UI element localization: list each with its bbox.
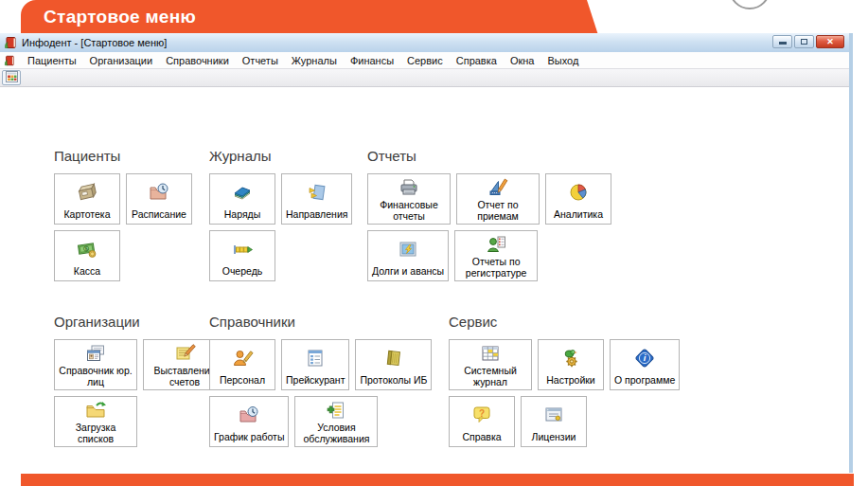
settings-button[interactable]: Настройки [538,339,604,390]
system-log-table-icon [479,342,502,365]
card-file-icon [76,176,98,208]
button-label: Аналитика [554,208,603,220]
button-label: Отчет по приемам [461,199,535,222]
infodent-book-icon [4,55,15,66]
page: Стартовое меню Инфодент - [Стартовое мен… [0,0,868,486]
button-row: График работы Условия обслуживания [209,396,432,447]
button-label: Лицензии [532,431,576,442]
button-label: Финансовые отчеты [372,199,446,222]
help-question-bubble-icon: ? [470,399,493,431]
note-pencil-icon [173,342,196,365]
menu-item-organizations[interactable]: Организации [83,54,160,67]
debts-advances-button[interactable]: Долги и авансы [367,230,449,281]
cash-button[interactable]: $ Касса [54,230,120,281]
button-label: Отчеты по регистратуре [459,256,533,279]
button-row: Наряды Направления [209,173,352,225]
minimize-button[interactable] [772,35,792,48]
about-info-diamond-icon: i [633,342,656,374]
title-bar[interactable]: Инфодент - [Стартовое меню] [0,33,849,52]
button-row: $ Касса [54,230,192,281]
menu-item-service[interactable]: Сервис [400,54,450,67]
work-schedule-button[interactable]: График работы [209,396,289,447]
protocols-book-icon [382,342,405,374]
licenses-button[interactable]: Лицензии [521,396,587,447]
button-label: Прейскурант [286,374,345,386]
group-directories: Справочники Персонал [209,314,432,453]
referrals-arrows-icon [306,176,328,208]
queue-button[interactable]: Очередь [209,230,275,281]
printer-icon [398,176,420,199]
pie-chart-icon [567,176,590,208]
menu-item-patients[interactable]: Пациенты [21,54,83,67]
toolbar [0,68,849,87]
id-cards-icon [84,342,107,365]
group-title: Журналы [209,148,352,164]
menu-item-finance[interactable]: Финансы [344,54,400,67]
analytics-button[interactable]: Аналитика [545,173,611,225]
maximize-button[interactable] [794,35,814,48]
button-label: Условия обслуживания [299,422,373,444]
menu-item-journals[interactable]: Журналы [285,54,344,67]
cardfile-button[interactable]: Картотека [54,173,120,225]
ruler-pencil-icon [487,176,509,199]
menu-item-directories[interactable]: Справочники [159,54,236,67]
bottom-accent-bar [21,474,854,486]
menu-item-help[interactable]: Справка [450,54,504,67]
registry-reports-button[interactable]: Отчеты по регистратуре [454,230,538,281]
personnel-button[interactable]: Персонал [209,339,275,390]
button-label: Справка [462,431,501,442]
appointments-report-button[interactable]: Отчет по приемам [456,173,540,225]
settings-gear-bird-icon [559,342,582,374]
app-window: Инфодент - [Стартовое меню] Пациенты Орг… [0,33,853,473]
person-pencil-icon [231,342,254,374]
workorders-button[interactable]: Наряды [209,173,275,225]
start-menu-toolbar-button[interactable] [2,70,21,85]
button-label: Касса [74,265,100,277]
person-checklist-icon [485,233,507,256]
lightning-picture-icon [397,233,419,265]
button-label: Протоколы ИБ [360,374,427,386]
folder-import-icon [84,399,107,422]
svg-text:i: i [644,352,647,363]
service-terms-button[interactable]: Условия обслуживания [294,396,378,447]
financial-reports-button[interactable]: Финансовые отчеты [367,173,451,225]
document-plus-icon [325,399,347,422]
cash-icon: $ [76,233,98,265]
menu-item-exit[interactable]: Выход [540,54,585,67]
load-lists-button[interactable]: Загрузка списков [54,396,137,447]
license-certificate-icon [542,399,565,431]
about-button[interactable]: i О программе [610,339,680,390]
page-banner: Стартовое меню [21,0,598,35]
page-title: Стартовое меню [21,0,598,27]
help-button[interactable]: ? Справка [449,396,515,447]
close-button[interactable] [816,35,844,48]
ib-protocols-button[interactable]: Протоколы ИБ [355,339,432,390]
button-label: Картотека [63,208,110,220]
schedule-folder-clock-icon [148,176,170,208]
group-title: Справочники [209,314,432,330]
button-label: Справочник юр. лиц [59,365,133,387]
menu-item-reports[interactable]: Отчеты [236,54,285,67]
button-label: Очередь [222,265,263,277]
schedule-button[interactable]: Расписание [126,173,192,225]
button-label: Настройки [546,374,595,386]
system-log-button[interactable]: Системный журнал [449,339,532,390]
group-title: Пациенты [54,148,192,164]
button-label: Направления [286,208,347,220]
group-title: Организации [54,314,226,330]
button-row: Финансовые отчеты [367,173,611,225]
button-row: Справочник юр. лиц Выставление [54,339,226,390]
window-title: Инфодент - [Стартовое меню] [22,37,167,48]
group-title: Сервис [449,314,680,330]
button-row: Загрузка списков [54,396,226,447]
button-row: Персонал Прейскурант [209,339,432,390]
button-label: Долги и авансы [372,265,444,277]
group-organizations: Организации Справочни [54,314,226,453]
pricelist-button[interactable]: Прейскурант [281,339,349,390]
button-label: Системный журнал [453,365,527,387]
legal-entities-button[interactable]: Справочник юр. лиц [54,339,137,390]
menu-item-windows[interactable]: Окна [504,54,541,67]
button-row: Системный журнал [449,339,680,390]
referrals-button[interactable]: Направления [281,173,352,225]
group-reports: Отчеты Финансовые отчеты [367,148,611,287]
